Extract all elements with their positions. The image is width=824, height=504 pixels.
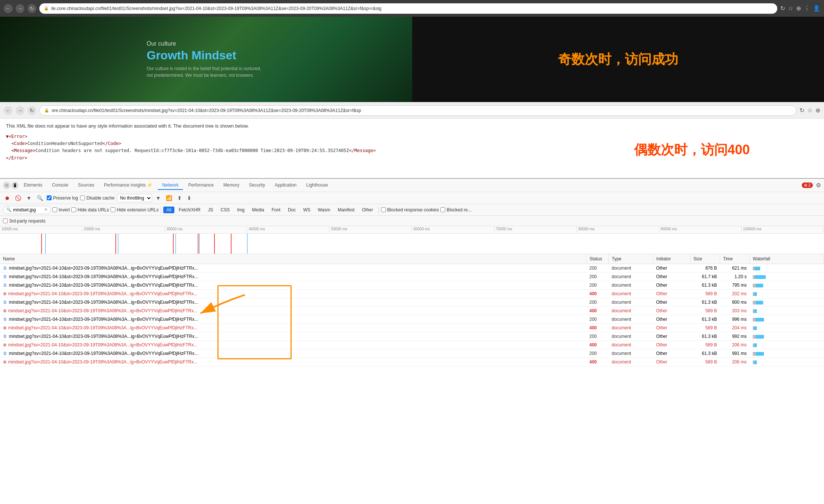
- forward-button-2[interactable]: →: [16, 106, 24, 115]
- devtools-device-button[interactable]: 📱: [11, 182, 19, 189]
- table-row[interactable]: ⊗ mindset.jpg?sv=2021-04-10&st=2023-09-1…: [0, 290, 824, 298]
- table-row[interactable]: 🗎 mindset.jpg?sv=2021-04-10&st=2023-09-1…: [0, 332, 824, 341]
- disable-cache-checkbox[interactable]: Disable cache: [80, 195, 114, 201]
- refresh-icon[interactable]: ↻: [780, 5, 785, 12]
- tab-application[interactable]: Application: [270, 181, 301, 190]
- tab-performance-insights[interactable]: Performance insights ⚡: [99, 181, 157, 190]
- profile-icon[interactable]: 👤: [813, 5, 820, 12]
- star-icon-2[interactable]: ☆: [807, 107, 812, 114]
- extensions-icon-2[interactable]: ⊕: [815, 107, 820, 114]
- cell-name[interactable]: ⊗ mindset.jpg?sv=2021-04-10&st=2023-09-1…: [0, 341, 587, 349]
- menu-icon[interactable]: ⋮: [804, 5, 810, 12]
- hide-data-urls-input[interactable]: [71, 207, 76, 212]
- table-row[interactable]: 🗎 mindset.jpg?sv=2021-04-10&st=2023-09-1…: [0, 273, 824, 281]
- search-input[interactable]: [13, 207, 43, 213]
- table-row[interactable]: ⊗ mindset.jpg?sv=2021-04-10&st=2023-09-1…: [0, 324, 824, 332]
- hide-extension-urls-checkbox[interactable]: Hide extension URLs: [111, 207, 159, 213]
- search-button[interactable]: 🔍: [35, 194, 45, 202]
- cell-name[interactable]: 🗎 mindset.jpg?sv=2021-04-10&st=2023-09-1…: [0, 315, 587, 324]
- filter-font[interactable]: Font: [269, 207, 283, 213]
- online-button[interactable]: 📶: [164, 194, 174, 202]
- tab-network[interactable]: Network: [158, 181, 183, 190]
- preserve-log-input[interactable]: [47, 195, 52, 200]
- table-row[interactable]: 🗎 mindset.jpg?sv=2021-04-10&st=2023-09-1…: [0, 264, 824, 273]
- hide-extension-urls-input[interactable]: [111, 207, 115, 212]
- col-header-initiator[interactable]: Initiator: [653, 254, 690, 264]
- star-icon[interactable]: ☆: [788, 5, 793, 12]
- filter-js[interactable]: JS: [205, 207, 216, 213]
- cell-name[interactable]: 🗎 mindset.jpg?sv=2021-04-10&st=2023-09-1…: [0, 281, 587, 290]
- tab-elements[interactable]: Elements: [19, 181, 47, 190]
- cell-name[interactable]: 🗎 mindset.jpg?sv=2021-04-10&st=2023-09-1…: [0, 332, 587, 341]
- filter-wasm[interactable]: Wasm: [315, 207, 334, 213]
- filter-button[interactable]: ▼: [25, 194, 33, 202]
- table-row[interactable]: 🗎 mindset.jpg?sv=2021-04-10&st=2023-09-1…: [0, 349, 824, 358]
- table-row[interactable]: ⊗ mindset.jpg?sv=2021-04-10&st=2023-09-1…: [0, 307, 824, 315]
- blocked-cookies-checkbox[interactable]: Blocked response cookies: [381, 207, 439, 213]
- disable-cache-input[interactable]: [80, 195, 85, 200]
- cell-name[interactable]: ⊗ mindset.jpg?sv=2021-04-10&st=2023-09-1…: [0, 307, 587, 315]
- tab-security[interactable]: Security: [244, 181, 269, 190]
- table-row[interactable]: 🗎 mindset.jpg?sv=2021-04-10&st=2023-09-1…: [0, 315, 824, 324]
- reload-button-2[interactable]: ↻: [27, 106, 36, 115]
- address-bar-2[interactable]: 🔒 ore.chinacloudapi.cn/file01/test01/Scr…: [39, 105, 797, 116]
- third-party-checkbox[interactable]: 3rd-party requests: [3, 218, 45, 224]
- tab-lighthouse[interactable]: Lighthouse: [302, 181, 332, 190]
- settings-icon[interactable]: ⚙: [816, 182, 821, 189]
- col-header-waterfall[interactable]: Waterfall: [750, 254, 824, 264]
- search-box[interactable]: 🔍 ✕: [3, 206, 51, 214]
- hide-data-urls-checkbox[interactable]: Hide data URLs: [71, 207, 109, 213]
- col-header-type[interactable]: Type: [609, 254, 653, 264]
- table-row[interactable]: 🗎 mindset.jpg?sv=2021-04-10&st=2023-09-1…: [0, 281, 824, 290]
- refresh-icon-2[interactable]: ↻: [800, 107, 804, 114]
- filter-all[interactable]: All: [163, 207, 174, 213]
- filter-media[interactable]: Media: [249, 207, 267, 213]
- cell-name[interactable]: 🗎 mindset.jpg?sv=2021-04-10&st=2023-09-1…: [0, 273, 587, 281]
- col-header-status[interactable]: Status: [587, 254, 609, 264]
- col-header-name[interactable]: Name: [0, 254, 587, 264]
- cell-name[interactable]: 🗎 mindset.jpg?sv=2021-04-10&st=2023-09-1…: [0, 264, 587, 273]
- filter-manifest[interactable]: Manifest: [335, 207, 357, 213]
- export-button[interactable]: ⬇: [186, 194, 193, 202]
- cell-name[interactable]: ⊗ mindset.jpg?sv=2021-04-10&st=2023-09-1…: [0, 358, 587, 366]
- filter-doc[interactable]: Doc: [285, 207, 299, 213]
- import-button[interactable]: ⬆: [176, 194, 183, 202]
- table-row[interactable]: 🗎 mindset.jpg?sv=2021-04-10&st=2023-09-1…: [0, 298, 824, 307]
- back-button-2[interactable]: ←: [4, 106, 13, 115]
- cell-name[interactable]: ⊗ mindset.jpg?sv=2021-04-10&st=2023-09-1…: [0, 324, 587, 332]
- blocked-response-checkbox[interactable]: Blocked re...: [440, 207, 472, 213]
- record-button[interactable]: ⏺: [3, 194, 11, 202]
- col-header-time[interactable]: Time: [720, 254, 750, 264]
- reload-button[interactable]: ↻: [27, 4, 36, 13]
- cell-name[interactable]: ⊗ mindset.jpg?sv=2021-04-10&st=2023-09-1…: [0, 290, 587, 298]
- tab-memory[interactable]: Memory: [219, 181, 244, 190]
- tab-console[interactable]: Console: [47, 181, 73, 190]
- throttle-select[interactable]: No throttling: [117, 194, 152, 202]
- extensions-icon[interactable]: ⊕: [796, 5, 801, 12]
- cell-name[interactable]: 🗎 mindset.jpg?sv=2021-04-10&st=2023-09-1…: [0, 349, 587, 358]
- filter-fetch-xhr[interactable]: Fetch/XHR: [176, 207, 204, 213]
- invert-input[interactable]: [52, 207, 57, 212]
- address-bar-top[interactable]: 🔒 ile.core.chinacloudapi.cn/file01/test0…: [39, 3, 777, 14]
- table-row[interactable]: ⊗ mindset.jpg?sv=2021-04-10&st=2023-09-1…: [0, 358, 824, 366]
- filter-other[interactable]: Other: [359, 207, 376, 213]
- col-header-size[interactable]: Size: [690, 254, 720, 264]
- blocked-response-input[interactable]: [440, 207, 445, 212]
- throttle-down-btn[interactable]: ▼: [154, 194, 162, 202]
- preserve-log-checkbox[interactable]: Preserve log: [47, 195, 78, 201]
- tab-sources[interactable]: Sources: [73, 181, 99, 190]
- filter-css[interactable]: CSS: [218, 207, 233, 213]
- invert-checkbox[interactable]: Invert: [52, 207, 70, 213]
- clear-search-icon[interactable]: ✕: [44, 207, 47, 212]
- back-button[interactable]: ←: [4, 4, 13, 13]
- forward-button[interactable]: →: [16, 4, 24, 13]
- cell-name[interactable]: 🗎 mindset.jpg?sv=2021-04-10&st=2023-09-1…: [0, 298, 587, 307]
- table-row[interactable]: ⊗ mindset.jpg?sv=2021-04-10&st=2023-09-1…: [0, 341, 824, 349]
- filter-img[interactable]: Img: [234, 207, 247, 213]
- devtools-inspect-button[interactable]: ⊡: [3, 182, 10, 189]
- tab-performance[interactable]: Performance: [184, 181, 218, 190]
- filter-ws[interactable]: WS: [300, 207, 313, 213]
- clear-button[interactable]: 🚫: [13, 194, 23, 202]
- blocked-cookies-input[interactable]: [381, 207, 386, 212]
- third-party-input[interactable]: [3, 218, 8, 223]
